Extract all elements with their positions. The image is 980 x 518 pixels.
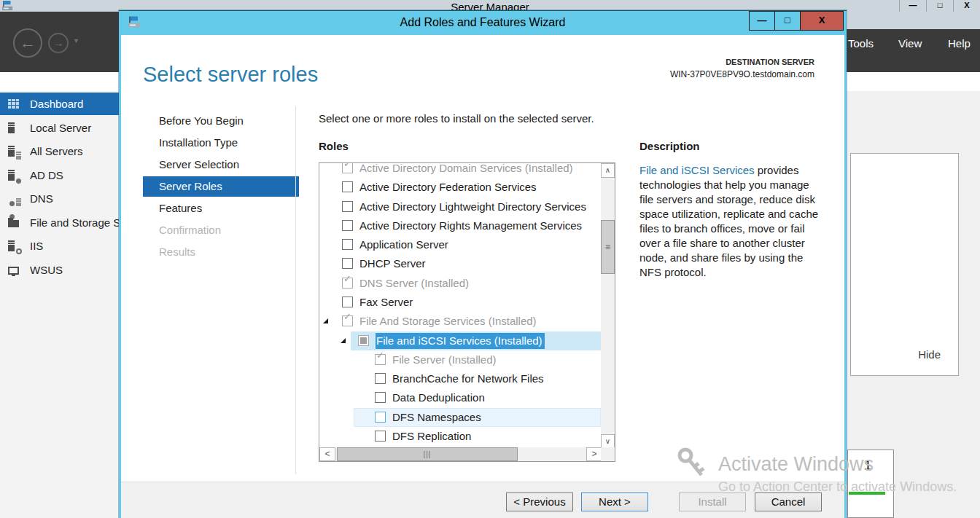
- install-button: Install: [679, 493, 746, 511]
- previous-button[interactable]: < Previous: [506, 493, 573, 511]
- step-server-selection[interactable]: Server Selection: [143, 154, 299, 175]
- role-row[interactable]: ✓ DNS Server (Installed): [319, 274, 601, 293]
- step-installation-type[interactable]: Installation Type: [143, 133, 299, 153]
- next-button[interactable]: Next >: [581, 493, 648, 511]
- checkbox-unchecked[interactable]: [375, 373, 386, 384]
- notification-flyout-panel: Hide: [850, 153, 959, 376]
- wizard-title: Add Roles and Features Wizard: [119, 11, 847, 34]
- wizard-minimize-button[interactable]: —: [750, 12, 775, 30]
- check-icon: ✓: [343, 273, 351, 284]
- back-arrow-icon[interactable]: ←: [13, 28, 42, 58]
- sidebar-item-dns[interactable]: DNS: [0, 187, 119, 210]
- sm-close-button[interactable]: X: [953, 0, 980, 12]
- roles-rows: ✓ Active Directory Domain Services (Inst…: [319, 163, 601, 447]
- scroll-left-icon[interactable]: <: [319, 447, 335, 461]
- wsus-icon: [8, 264, 23, 276]
- wizard-close-button[interactable]: X: [801, 12, 843, 30]
- checkbox-indeterminate[interactable]: [358, 335, 369, 346]
- cancel-button[interactable]: Cancel: [755, 493, 822, 511]
- role-row[interactable]: ✓ File Server (Installed): [319, 350, 601, 369]
- role-row[interactable]: Active Directory Rights Management Servi…: [319, 216, 601, 235]
- step-server-roles[interactable]: Server Roles: [143, 176, 299, 197]
- dashboard-tile-count: 1: [848, 458, 887, 474]
- checkbox-checked[interactable]: ✓: [342, 315, 353, 326]
- forward-arrow-icon[interactable]: →: [48, 33, 69, 53]
- role-row[interactable]: DFS Replication: [319, 427, 601, 446]
- vertical-scrollbar[interactable]: ∧ ≡ ∨: [601, 163, 615, 449]
- destination-server-name: WIN-37P0VE8PV9O.testdomain.com: [670, 69, 814, 79]
- checkbox-unchecked[interactable]: [342, 239, 353, 250]
- role-row[interactable]: Active Directory Federation Services: [319, 178, 601, 197]
- description-heading: Description: [639, 140, 700, 152]
- menu-help[interactable]: Help: [948, 37, 971, 50]
- sidebar-item-ad-ds[interactable]: AD DS: [0, 164, 119, 187]
- server-icon: [8, 122, 23, 134]
- wizard-window-controls: — □ X: [749, 11, 844, 31]
- sidebar-item-all-servers[interactable]: All Servers: [0, 140, 119, 162]
- desktop: Server Manager — □ X ← → ▼ Tools View He…: [0, 0, 980, 518]
- indeterminate-mark: [360, 337, 367, 344]
- sm-minimize-button[interactable]: —: [899, 0, 926, 12]
- sm-restore-button[interactable]: □: [926, 0, 953, 12]
- checkbox-unchecked[interactable]: [375, 412, 386, 423]
- checkbox-unchecked[interactable]: [342, 181, 353, 192]
- intro-text: Select one or more roles to install on t…: [319, 112, 594, 125]
- sidebar-item-label: Local Server: [30, 117, 119, 139]
- checkbox-checked[interactable]: ✓: [342, 278, 353, 289]
- sidebar-item-wsus[interactable]: WSUS: [0, 259, 119, 281]
- scroll-right-icon[interactable]: >: [586, 447, 602, 461]
- step-features[interactable]: Features: [143, 198, 299, 219]
- wizard-maximize-button[interactable]: □: [775, 12, 801, 30]
- role-row-selected[interactable]: File and iSCSI Services (Installed): [319, 331, 601, 350]
- checkbox-checked[interactable]: ✓: [342, 163, 353, 173]
- vertical-scrollbar-thumb[interactable]: ≡: [601, 220, 615, 274]
- hide-button[interactable]: Hide: [918, 348, 941, 361]
- dashboard-tile-green-bar: [849, 492, 885, 495]
- checkbox-unchecked[interactable]: [342, 297, 353, 307]
- role-row[interactable]: Fax Server: [319, 293, 601, 312]
- horizontal-scrollbar[interactable]: < ||| >: [319, 447, 602, 461]
- roles-listbox: ✓ Active Directory Domain Services (Inst…: [319, 162, 615, 462]
- sidebar-item-label: WSUS: [30, 259, 119, 281]
- sidebar-item-iis[interactable]: IIS: [0, 235, 119, 257]
- destination-server-block: DESTINATION SERVER WIN-37P0VE8PV9O.testd…: [670, 58, 814, 79]
- step-before-you-begin[interactable]: Before You Begin: [143, 111, 299, 131]
- sidebar-item-local-server[interactable]: Local Server: [0, 117, 119, 139]
- scrollbar-corner: [601, 447, 615, 461]
- role-row[interactable]: Application Server: [319, 235, 601, 254]
- check-icon: ✓: [343, 163, 351, 169]
- destination-server-label: DESTINATION SERVER: [670, 58, 814, 66]
- checkbox-unchecked[interactable]: [375, 431, 386, 442]
- check-icon: ✓: [376, 350, 384, 361]
- description-link[interactable]: File and iSCSI Services: [639, 164, 755, 176]
- server-manager-window-controls: — □ X: [899, 0, 980, 12]
- sidebar-item-file-storage[interactable]: File and Storage Services: [0, 211, 119, 234]
- horizontal-scrollbar-thumb[interactable]: |||: [337, 447, 518, 461]
- dashboard-tile[interactable]: 1: [847, 450, 894, 518]
- roles-list-label: Roles: [319, 140, 349, 152]
- role-row[interactable]: Data Deduplication: [319, 388, 601, 407]
- role-row[interactable]: DHCP Server: [319, 254, 601, 273]
- role-row-hover[interactable]: DFS Namespaces: [319, 408, 601, 427]
- checkbox-unchecked[interactable]: [342, 258, 353, 269]
- expanded-triangle-icon[interactable]: [323, 318, 328, 323]
- wizard-body: Select server roles DESTINATION SERVER W…: [121, 35, 844, 518]
- scroll-down-icon[interactable]: ∨: [601, 434, 615, 449]
- sidebar-item-dashboard[interactable]: Dashboard: [0, 93, 119, 115]
- checkbox-unchecked[interactable]: [342, 201, 353, 212]
- role-row[interactable]: ✓ Active Directory Domain Services (Inst…: [319, 163, 601, 178]
- wizard-titlebar[interactable]: Add Roles and Features Wizard — □ X: [119, 11, 847, 35]
- role-row[interactable]: Active Directory Lightweight Directory S…: [319, 197, 601, 216]
- scroll-up-icon[interactable]: ∧: [601, 163, 615, 178]
- checkbox-unchecked[interactable]: [342, 220, 353, 231]
- description-text: File and iSCSI Services provides technol…: [639, 163, 820, 280]
- role-row-expandable[interactable]: ✓ File And Storage Services (Installed): [319, 312, 601, 331]
- menu-tools[interactable]: Tools: [848, 37, 874, 50]
- role-row[interactable]: BranchCache for Network Files: [319, 369, 601, 388]
- ad-ds-icon: [8, 170, 23, 181]
- expanded-triangle-icon[interactable]: [341, 338, 346, 343]
- menu-view[interactable]: View: [898, 37, 922, 50]
- checkbox-checked[interactable]: ✓: [375, 354, 386, 365]
- checkbox-unchecked[interactable]: [375, 392, 386, 403]
- history-caret-down-icon[interactable]: ▼: [73, 37, 79, 44]
